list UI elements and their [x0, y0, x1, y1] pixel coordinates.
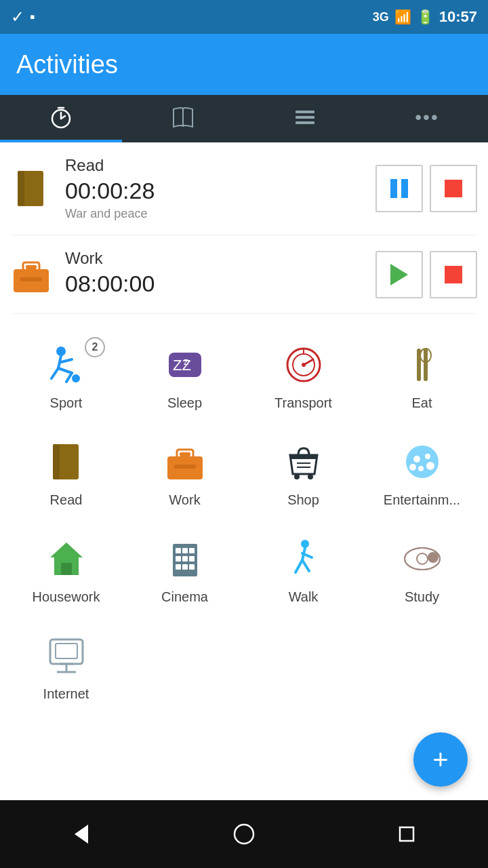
tab-more[interactable]: •••: [366, 95, 488, 142]
svg-point-70: [417, 553, 428, 564]
svg-rect-55: [176, 556, 181, 561]
svg-line-15: [52, 368, 58, 378]
activity-work[interactable]: Work: [125, 425, 244, 521]
timer-card-work: Work 08:00:00: [11, 235, 477, 314]
svg-line-17: [61, 359, 72, 362]
activity-walk[interactable]: Walk: [244, 521, 363, 618]
sleep-label: Sleep: [167, 395, 202, 411]
timer-section: Read 00:00:28 War and peace: [0, 142, 488, 314]
svg-rect-37: [290, 455, 317, 459]
transport-label: Transport: [274, 395, 332, 411]
svg-rect-72: [56, 644, 77, 658]
svg-rect-78: [400, 827, 413, 841]
svg-point-46: [418, 466, 424, 471]
work-stop-button[interactable]: [430, 251, 477, 298]
svg-rect-6: [296, 121, 314, 124]
svg-line-64: [296, 560, 302, 572]
sleep-icon: ZZ z: [161, 341, 209, 389]
activity-read[interactable]: Read: [7, 425, 125, 521]
svg-rect-56: [182, 556, 188, 561]
svg-rect-35: [180, 452, 190, 456]
svg-rect-12: [20, 277, 42, 281]
activity-transport[interactable]: Transport: [244, 328, 363, 425]
recent-icon: [394, 822, 419, 846]
svg-point-18: [72, 374, 80, 382]
svg-point-43: [413, 456, 420, 462]
network-label: 3G: [373, 10, 389, 24]
signal-icon: 📶: [394, 9, 411, 25]
svg-point-27: [302, 363, 306, 367]
work-timer-icon: [11, 254, 52, 295]
read-timer-info: Read 00:00:28 War and peace: [65, 156, 375, 221]
activity-sport[interactable]: 2 Sport: [7, 328, 125, 425]
read-timer-controls: [375, 165, 477, 212]
svg-point-77: [235, 825, 253, 844]
work-timer-name: Work: [65, 249, 375, 268]
internet-icon: [43, 632, 90, 679]
sport-badge: 2: [85, 337, 105, 357]
check-icon: ✓: [11, 7, 24, 26]
tab-list[interactable]: [244, 95, 366, 142]
tab-bar: •••: [0, 95, 488, 142]
app-bar: Activities: [0, 34, 488, 95]
svg-rect-11: [26, 265, 37, 269]
svg-text:z: z: [184, 356, 188, 367]
timer-card-read: Read 00:00:28 War and peace: [11, 142, 477, 235]
activity-sleep[interactable]: ZZ z Sleep: [125, 328, 244, 425]
svg-line-65: [302, 560, 309, 571]
walk-label: Walk: [289, 589, 319, 605]
read-icon: [43, 438, 90, 486]
status-bar-right: 3G 📶 🔋 10:57: [373, 8, 477, 26]
housework-label: Housework: [32, 589, 100, 605]
svg-point-47: [409, 464, 416, 471]
status-bar: ✓ ▪ 3G 📶 🔋 10:57: [0, 0, 488, 34]
svg-line-19: [66, 373, 72, 382]
shop-icon: [280, 438, 327, 486]
study-icon: [399, 535, 446, 583]
svg-point-40: [294, 474, 300, 479]
app-title: Activities: [16, 50, 118, 79]
svg-rect-36: [174, 465, 196, 469]
svg-rect-60: [189, 564, 195, 570]
work-play-button[interactable]: [375, 251, 423, 298]
cinema-label: Cinema: [161, 589, 208, 605]
svg-point-13: [56, 347, 66, 356]
back-button[interactable]: [61, 814, 102, 854]
walk-icon: [280, 535, 327, 583]
activity-cinema[interactable]: Cinema: [125, 521, 244, 618]
timer-icon: [49, 105, 73, 130]
study-label: Study: [405, 589, 439, 605]
svg-line-16: [58, 368, 72, 373]
work-label: Work: [169, 492, 200, 508]
svg-rect-59: [182, 564, 188, 570]
home-button[interactable]: [224, 814, 264, 854]
book-icon: [171, 105, 195, 130]
sport-label: Sport: [50, 395, 83, 411]
eat-label: Eat: [411, 395, 432, 411]
activity-housework[interactable]: Housework: [7, 521, 125, 618]
svg-rect-29: [424, 349, 428, 381]
svg-point-45: [426, 462, 434, 470]
tab-book[interactable]: [122, 95, 244, 142]
activity-study[interactable]: Study: [363, 521, 481, 618]
tab-timer[interactable]: [0, 95, 122, 142]
stop-icon: [445, 266, 462, 283]
add-activity-button[interactable]: +: [413, 732, 468, 787]
activity-entertainment[interactable]: Entertainm...: [363, 425, 481, 521]
svg-rect-57: [189, 556, 195, 561]
activity-eat[interactable]: Eat: [363, 328, 481, 425]
svg-rect-4: [296, 111, 314, 113]
svg-rect-8: [18, 171, 24, 206]
activity-shop[interactable]: Shop: [244, 425, 363, 521]
cinema-icon: [161, 535, 209, 583]
battery-icon: 🔋: [417, 9, 434, 25]
activity-internet[interactable]: Internet: [7, 618, 125, 715]
read-stop-button[interactable]: [430, 165, 477, 212]
read-pause-button[interactable]: [375, 165, 423, 212]
svg-point-44: [425, 454, 430, 459]
work-icon: [161, 438, 209, 486]
status-bar-left: ✓ ▪: [11, 7, 35, 26]
recent-button[interactable]: [386, 814, 427, 854]
work-timer-time: 08:00:00: [65, 271, 375, 297]
entertainment-label: Entertainm...: [384, 492, 460, 508]
